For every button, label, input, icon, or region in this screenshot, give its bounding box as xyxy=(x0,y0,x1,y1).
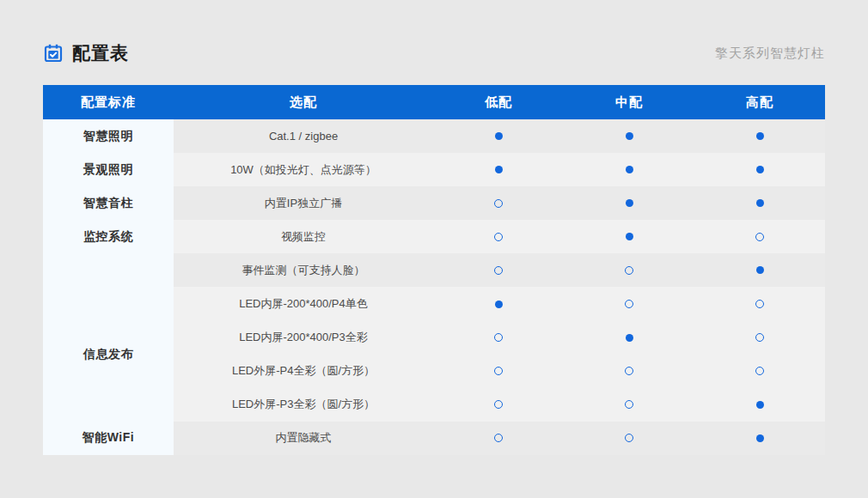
mid-config-cell xyxy=(564,422,694,455)
table-header-row: 配置标准 选配 低配 中配 高配 xyxy=(43,85,825,119)
hollow-dot-icon xyxy=(625,434,633,442)
category-cell: 智能WiFi xyxy=(43,422,174,455)
hollow-dot-icon xyxy=(494,400,503,409)
header-low-config: 低配 xyxy=(433,85,564,119)
high-config-cell xyxy=(694,422,825,455)
high-config-cell xyxy=(694,253,825,287)
low-config-cell xyxy=(433,186,564,220)
low-config-cell xyxy=(433,153,564,186)
header-high-config: 高配 xyxy=(694,85,825,119)
title-bar: 配置表 擎天系列智慧灯柱 xyxy=(43,38,825,69)
header-optional: 选配 xyxy=(174,85,433,119)
page-title: 配置表 xyxy=(72,41,129,65)
option-cell: LED内屏-200*400/P3全彩 xyxy=(174,321,433,355)
filled-dot-icon xyxy=(756,401,764,409)
high-config-cell xyxy=(694,153,825,186)
low-config-cell xyxy=(433,422,564,455)
filled-dot-icon xyxy=(756,434,764,442)
header-config-standard: 配置标准 xyxy=(43,85,174,119)
mid-config-cell xyxy=(564,186,694,220)
hollow-dot-icon xyxy=(625,266,633,275)
series-subtitle: 擎天系列智慧灯柱 xyxy=(715,46,825,62)
high-config-cell xyxy=(694,355,825,388)
hollow-dot-icon xyxy=(494,434,503,442)
high-config-cell xyxy=(694,388,825,422)
filled-dot-icon xyxy=(756,266,764,274)
hollow-dot-icon xyxy=(755,367,764,375)
filled-dot-icon xyxy=(626,233,633,240)
header-mid-config: 中配 xyxy=(564,85,694,119)
filled-dot-icon xyxy=(495,132,503,140)
filled-dot-icon xyxy=(626,132,633,140)
hollow-dot-icon xyxy=(494,199,503,208)
option-cell: 视频监控 xyxy=(174,220,433,253)
category-cell: 智慧照明 xyxy=(43,119,174,153)
option-cell: 内置IP独立广播 xyxy=(174,186,433,220)
hollow-dot-icon xyxy=(494,367,503,375)
filled-dot-icon xyxy=(495,166,503,173)
high-config-cell xyxy=(694,287,825,320)
hollow-dot-icon xyxy=(494,333,503,342)
hollow-dot-icon xyxy=(625,300,633,308)
filled-dot-icon xyxy=(626,334,633,342)
table-body: 智慧照明景观照明智慧音柱监控系统信息发布智能WiFiCat.1 / zigbee… xyxy=(43,119,825,455)
low-config-cell xyxy=(433,253,564,287)
low-config-cell xyxy=(433,287,564,320)
calendar-check-icon xyxy=(43,43,64,64)
option-cell: LED外屏-P3全彩（圆/方形） xyxy=(174,388,433,422)
mid-config-cell xyxy=(564,153,694,186)
hollow-dot-icon xyxy=(755,300,764,308)
option-cell: Cat.1 / zigbee xyxy=(174,119,433,153)
category-cell: 监控系统 xyxy=(43,220,174,253)
hollow-dot-icon xyxy=(494,266,503,275)
hollow-dot-icon xyxy=(625,367,633,375)
filled-dot-icon xyxy=(756,199,764,207)
hollow-dot-icon xyxy=(625,400,633,409)
mid-config-cell xyxy=(564,321,694,355)
low-config-cell xyxy=(433,355,564,388)
mid-config-cell xyxy=(564,287,694,320)
low-config-cell xyxy=(433,388,564,422)
category-cell xyxy=(43,253,174,287)
mid-config-cell xyxy=(564,119,694,153)
high-config-cell xyxy=(694,119,825,153)
filled-dot-icon xyxy=(495,301,503,308)
high-config-cell xyxy=(694,321,825,355)
high-config-cell xyxy=(694,220,825,253)
category-cell: 信息发布 xyxy=(43,287,174,421)
filled-dot-icon xyxy=(756,166,764,173)
filled-dot-icon xyxy=(756,132,764,140)
mid-config-cell xyxy=(564,355,694,388)
filled-dot-icon xyxy=(626,199,633,207)
option-cell: 内置隐藏式 xyxy=(174,422,433,455)
option-cell: 事件监测（可支持人脸） xyxy=(174,253,433,287)
option-cell: LED外屏-P4全彩（圆/方形） xyxy=(174,355,433,388)
option-cell: 10W（如投光灯、点光源等） xyxy=(174,153,433,186)
hollow-dot-icon xyxy=(755,233,764,241)
low-config-cell xyxy=(433,321,564,355)
low-config-cell xyxy=(433,220,564,253)
config-table: 配置标准 选配 低配 中配 高配 智慧照明景观照明智慧音柱监控系统信息发布智能W… xyxy=(43,85,825,455)
category-cell: 智慧音柱 xyxy=(43,186,174,220)
option-cell: LED内屏-200*400/P4单色 xyxy=(174,287,433,320)
hollow-dot-icon xyxy=(494,233,503,241)
filled-dot-icon xyxy=(626,166,633,173)
high-config-cell xyxy=(694,186,825,220)
category-cell: 景观照明 xyxy=(43,153,174,186)
mid-config-cell xyxy=(564,388,694,422)
mid-config-cell xyxy=(564,253,694,287)
hollow-dot-icon xyxy=(755,333,764,342)
mid-config-cell xyxy=(564,220,694,253)
low-config-cell xyxy=(433,119,564,153)
